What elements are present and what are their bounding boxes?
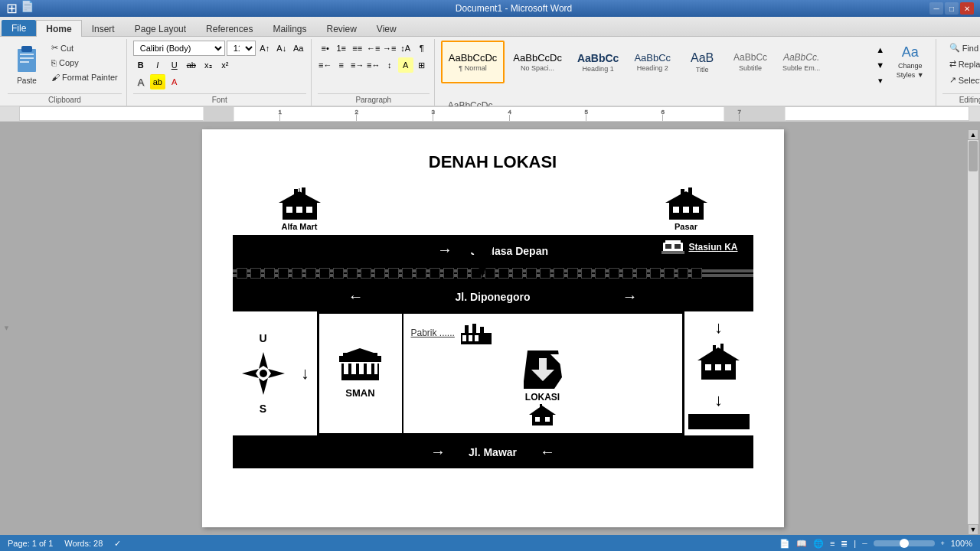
tab-home[interactable]: Home bbox=[36, 20, 81, 37]
strikethrough-button[interactable]: ab bbox=[184, 57, 199, 73]
view-outline-icon[interactable]: ≡ bbox=[830, 539, 835, 548]
mawar-arrow-right: → bbox=[430, 443, 446, 461]
svg-marker-44 bbox=[259, 378, 268, 395]
text-effect-button[interactable]: A bbox=[133, 74, 149, 90]
tab-mailings[interactable]: Mailings bbox=[263, 20, 316, 37]
cut-button[interactable]: ✂ Cut bbox=[47, 41, 122, 55]
svg-rect-73 bbox=[705, 364, 711, 370]
titlebar: ⊞ 📄 Document1 - Microsoft Word ─ □ ✕ bbox=[0, 0, 980, 17]
styles-more-button[interactable]: ▾ bbox=[873, 73, 888, 88]
scroll-thumb[interactable] bbox=[969, 141, 978, 171]
center-cell: Pabrik ...... bbox=[403, 314, 682, 433]
editing-content: 🔍 Find ▼ ⇄ Replace ↗ Select ▼ bbox=[942, 39, 980, 93]
copy-button[interactable]: ⎘ Copy bbox=[47, 56, 122, 70]
view-web-icon[interactable]: 🌐 bbox=[813, 539, 824, 549]
replace-icon: ⇄ bbox=[949, 59, 956, 69]
numbering-button[interactable]: 1≡ bbox=[334, 41, 349, 56]
multilevel-button[interactable]: ≡≡ bbox=[350, 41, 365, 56]
highlight-button[interactable]: ab bbox=[150, 74, 165, 90]
minimize-button[interactable]: ─ bbox=[929, 2, 943, 15]
maximize-button[interactable]: □ bbox=[945, 2, 959, 15]
close-button[interactable]: ✕ bbox=[960, 2, 974, 15]
style-heading2-label: Heading 2 bbox=[637, 64, 668, 72]
subscript-button[interactable]: x₂ bbox=[201, 57, 216, 73]
replace-label: Replace bbox=[959, 60, 980, 69]
scroll-up-button[interactable]: ▲ bbox=[968, 129, 978, 140]
style-heading2[interactable]: AaBbCc Heading 2 bbox=[627, 41, 678, 83]
style-subtitle-preview: AaBbCc bbox=[733, 52, 767, 64]
main-content-row: U S bbox=[233, 311, 753, 435]
svg-text:7: 7 bbox=[738, 109, 742, 116]
font-grow-button[interactable]: A↑ bbox=[257, 41, 273, 56]
document-area[interactable]: DENAH LOKASI bbox=[19, 122, 966, 535]
styles-scroll-up[interactable]: ▲ bbox=[873, 42, 888, 57]
word-count: Words: 28 bbox=[64, 539, 103, 548]
clear-format-button[interactable]: Aa bbox=[291, 41, 306, 56]
select-button[interactable]: ↗ Select ▼ bbox=[942, 73, 980, 87]
north-label: U bbox=[259, 332, 266, 344]
zoom-in-icon[interactable]: + bbox=[941, 540, 945, 547]
tab-view[interactable]: View bbox=[367, 20, 407, 37]
scroll-down-button[interactable]: ▼ bbox=[968, 524, 978, 535]
align-left-button[interactable]: ≡← bbox=[318, 57, 333, 73]
align-right-button[interactable]: ≡→ bbox=[350, 57, 365, 73]
style-subtitle[interactable]: AaBbCc Subtitle bbox=[727, 41, 774, 83]
find-button[interactable]: 🔍 Find ▼ bbox=[942, 41, 980, 55]
style-subtle-em[interactable]: AaBbCc. Subtle Em... bbox=[776, 41, 827, 83]
tab-insert[interactable]: Insert bbox=[82, 20, 125, 37]
bold-button[interactable]: B bbox=[133, 57, 149, 73]
format-painter-button[interactable]: 🖌 Format Painter bbox=[47, 70, 122, 84]
svg-marker-43 bbox=[259, 352, 268, 369]
tab-review[interactable]: Review bbox=[316, 20, 366, 37]
italic-button[interactable]: I bbox=[150, 57, 165, 73]
view-print-icon[interactable]: 📄 bbox=[779, 539, 790, 549]
justify-button[interactable]: ≡↔ bbox=[366, 57, 381, 73]
tab-references[interactable]: References bbox=[196, 20, 263, 37]
tab-file[interactable]: File bbox=[2, 20, 36, 36]
decrease-indent-button[interactable]: ←≡ bbox=[366, 41, 381, 56]
inner-map-area: SMAN Pabrik ...... bbox=[317, 311, 684, 435]
font-size-select[interactable]: 11 bbox=[227, 41, 256, 56]
line-spacing-button[interactable]: ↕ bbox=[382, 57, 397, 73]
replace-button[interactable]: ⇄ Replace bbox=[942, 57, 980, 71]
increase-indent-button[interactable]: →≡ bbox=[382, 41, 397, 56]
svg-rect-2 bbox=[20, 54, 34, 55]
view-full-reading-icon[interactable]: 📖 bbox=[796, 539, 807, 549]
borders-button[interactable]: ⊞ bbox=[414, 57, 430, 73]
style-title[interactable]: AaB Title bbox=[679, 41, 725, 83]
jl-mawar-label: Jl. Mawar bbox=[469, 446, 517, 458]
style-normal[interactable]: AaBbCcDc ¶ Normal bbox=[441, 41, 505, 83]
change-styles-icon: Aa bbox=[902, 44, 919, 60]
align-center-button[interactable]: ≡ bbox=[334, 57, 349, 73]
font-controls: Calibri (Body) 11 A↑ A↓ Aa B I U ab bbox=[133, 41, 306, 90]
diponegoro-arrow-left: ← bbox=[348, 288, 364, 305]
style-no-spacing[interactable]: AaBbCcDc No Spaci... bbox=[506, 41, 569, 83]
zoom-out-icon[interactable]: ─ bbox=[862, 540, 867, 547]
stasiun-ka-label: Stasiun KA bbox=[688, 242, 737, 253]
font-shrink-button[interactable]: A↓ bbox=[274, 41, 289, 56]
show-para-button[interactable]: ¶ bbox=[414, 41, 430, 56]
style-title-label: Title bbox=[696, 66, 709, 73]
zoom-slider[interactable] bbox=[874, 540, 935, 546]
zoom-thumb bbox=[900, 539, 909, 548]
styles-scroll-down[interactable]: ▼ bbox=[873, 57, 888, 73]
clipboard-group-label: Clipboard bbox=[8, 93, 122, 104]
view-draft-icon[interactable]: ≣ bbox=[841, 539, 848, 549]
paste-button[interactable]: Paste bbox=[8, 41, 46, 87]
svg-rect-37 bbox=[688, 187, 692, 195]
underline-button[interactable]: U bbox=[167, 57, 182, 73]
paragraph-content: ≡• 1≡ ≡≡ ←≡ →≡ ↕A ¶ ≡← ≡ ≡→ ≡↔ ↕ A bbox=[318, 39, 430, 93]
sman-label: SMAN bbox=[345, 387, 374, 399]
change-styles-button[interactable]: Aa ChangeStyles ▼ bbox=[890, 41, 931, 83]
shading-button[interactable]: A bbox=[398, 57, 413, 73]
style-heading1[interactable]: AaBbCc Heading 1 bbox=[570, 41, 626, 83]
superscript-button[interactable]: x² bbox=[217, 57, 233, 73]
tab-page-layout[interactable]: Page Layout bbox=[125, 20, 196, 37]
bullets-button[interactable]: ≡• bbox=[318, 41, 333, 56]
ribbon-tab-bar: File Home Insert Page Layout References … bbox=[0, 17, 980, 37]
style-subtitle-label: Subtitle bbox=[739, 64, 762, 72]
sort-button[interactable]: ↕A bbox=[398, 41, 413, 56]
font-name-select[interactable]: Calibri (Body) bbox=[133, 41, 225, 56]
font-color-button[interactable]: A bbox=[167, 74, 182, 90]
scroll-track[interactable] bbox=[968, 140, 978, 524]
